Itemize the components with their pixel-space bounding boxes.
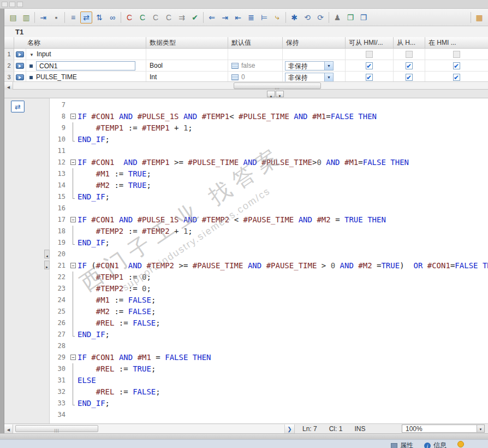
line-number: 9	[50, 122, 70, 134]
comment-lines-icon[interactable]: ⊨	[258, 11, 270, 23]
row-number: 2	[4, 60, 14, 72]
scroll-left-button[interactable]	[4, 82, 13, 90]
zoom-dropdown-arrow-icon[interactable]	[477, 425, 484, 432]
line-number: 22	[50, 272, 70, 283]
code-text: IF (#CON1 AND #TEMP2 >= #PAUSE_TIME AND …	[78, 260, 488, 272]
load-start-values-icon[interactable]: C	[163, 11, 175, 23]
fold-margin	[70, 317, 78, 329]
scrollbar-handle[interactable]	[234, 82, 321, 89]
compile-icon[interactable]: ✔	[189, 11, 201, 23]
collapsed-nav-strip[interactable]	[0, 9, 4, 439]
retain-cell[interactable]	[283, 49, 346, 60]
fold-marker-icon[interactable]	[70, 214, 78, 226]
tab-properties[interactable]: 属性	[391, 441, 413, 448]
code-line: 28	[50, 340, 488, 352]
splitter-collapse-down-button[interactable]	[276, 91, 284, 97]
retain-cell: 非保持	[283, 60, 346, 72]
code-line: 25 #M2 := FALSE;	[50, 306, 488, 317]
fold-margin	[70, 168, 78, 180]
scroll-left-button[interactable]	[4, 425, 13, 433]
line-number: 17	[50, 214, 70, 226]
editor-side-panel	[4, 98, 50, 423]
decrease-indent-icon[interactable]: ⇐	[206, 11, 218, 23]
freeze-columns-icon[interactable]: ▤	[7, 11, 19, 23]
remove-indent-icon[interactable]: ⇤	[232, 11, 244, 23]
toolbar-separator	[203, 12, 204, 23]
expand-panel-arrow[interactable]	[44, 261, 50, 269]
scrollbar-handle[interactable]	[15, 425, 98, 432]
monitor-on-off-icon[interactable]: ∞	[106, 11, 118, 23]
name-cell[interactable]: Input	[26, 49, 146, 60]
window-control-icon[interactable]	[9, 2, 15, 7]
datatype-cell[interactable]: Bool	[146, 60, 228, 72]
datatype-cell[interactable]	[146, 49, 228, 60]
discard-snapshot-icon[interactable]: C	[123, 11, 135, 23]
operand-view-toggle-button[interactable]	[11, 101, 25, 113]
synchronize-icon[interactable]: ❐	[358, 11, 370, 23]
zoom-combobox[interactable]: 100%	[402, 425, 485, 433]
pin-editor-icon[interactable]: ▪	[50, 11, 62, 23]
name-cell[interactable]: CON1	[26, 60, 146, 72]
increase-indent-icon[interactable]: ⇥	[219, 11, 231, 23]
name-cell[interactable]: PULSE_TIME	[26, 72, 146, 81]
fold-marker-icon[interactable]	[70, 157, 78, 168]
absolute-operands-toggle-icon[interactable]: ⇄	[80, 11, 92, 23]
hmi-visible-checkbox	[366, 51, 373, 58]
format-code-icon[interactable]: ≣	[245, 11, 257, 23]
hmi-visible-checkbox[interactable]	[366, 74, 373, 81]
go-to-usage-icon[interactable]: ⟳	[314, 11, 326, 23]
name-editor-box[interactable]: CON1	[36, 61, 135, 70]
hmi-writable-checkbox[interactable]	[453, 74, 460, 81]
editor-horizontal-scrollbar[interactable]	[13, 425, 285, 433]
open-comparison-icon[interactable]: ❐	[344, 11, 356, 23]
diagnostics-icon[interactable]	[457, 441, 464, 447]
expand-right-button[interactable]	[285, 425, 295, 433]
splitter-collapse-up-button[interactable]	[267, 91, 275, 97]
code-line: 30 #REL := TRUE;	[50, 363, 488, 375]
scl-code-editor[interactable]: 78IF #CON1 AND #PULSE_1S AND #TEMP1< #PU…	[50, 98, 488, 423]
pane-splitter[interactable]	[4, 90, 488, 98]
datatype-cell[interactable]: Int	[146, 72, 228, 81]
take-snapshot-icon[interactable]: C	[136, 11, 148, 23]
retain-combobox[interactable]: 非保持	[285, 73, 334, 81]
initialize-setpoints-icon[interactable]: ⇉	[176, 11, 188, 23]
hmi-accessible-checkbox[interactable]	[406, 62, 413, 69]
window-control-icon[interactable]	[17, 2, 23, 7]
navigate-to-icon[interactable]: ⤷	[271, 11, 283, 23]
know-how-protection-icon[interactable]: ▦	[473, 11, 485, 23]
line-number: 28	[50, 340, 70, 352]
default-cell[interactable]: 0	[228, 72, 283, 81]
line-number: 26	[50, 317, 70, 329]
expand-collapse-sections-icon[interactable]: ⇅	[93, 11, 105, 23]
user-management-icon[interactable]: ♟	[331, 11, 343, 23]
dropdown-arrow-icon[interactable]	[324, 73, 333, 81]
hmi-visible-cell	[346, 60, 394, 72]
code-line: 29IF #CON1 AND #M1 = FALSE THEN	[50, 352, 488, 363]
copy-snapshot-to-start-icon[interactable]: C	[150, 11, 162, 23]
fold-marker-icon[interactable]	[70, 260, 78, 272]
tab-label: 信息	[433, 441, 447, 448]
tab-info[interactable]: 信息	[424, 441, 447, 448]
go-to-definition-icon[interactable]: ⟲	[301, 11, 313, 23]
default-cell[interactable]: false	[228, 60, 283, 72]
hmi-accessible-cell	[394, 72, 425, 81]
fold-marker-icon[interactable]	[70, 352, 78, 363]
code-line: 12IF #CON1 AND #TEMP1 >= #PULSE_TIME AND…	[50, 157, 488, 168]
default-cell[interactable]	[228, 49, 283, 60]
dropdown-arrow-icon[interactable]	[324, 62, 333, 70]
expand-interface-icon[interactable]: ⇥	[37, 11, 49, 23]
hmi-visible-checkbox[interactable]	[366, 62, 373, 69]
retain-combobox[interactable]: 非保持	[285, 61, 334, 70]
fold-margin	[70, 122, 78, 134]
window-control-icon[interactable]	[2, 2, 8, 7]
show-hidden-columns-icon[interactable]: ▥	[20, 11, 32, 23]
expand-all-icon[interactable]: ≡	[67, 11, 79, 23]
default-value-icon	[231, 63, 239, 69]
collapse-triangle-icon[interactable]	[29, 49, 34, 60]
line-number: 23	[50, 283, 70, 294]
hmi-writable-checkbox[interactable]	[453, 62, 460, 69]
collapse-panel-arrow[interactable]	[44, 250, 50, 258]
fold-marker-icon[interactable]	[70, 111, 78, 122]
insert-parameter-icon[interactable]: ✱	[288, 11, 300, 23]
hmi-accessible-checkbox[interactable]	[406, 74, 413, 81]
